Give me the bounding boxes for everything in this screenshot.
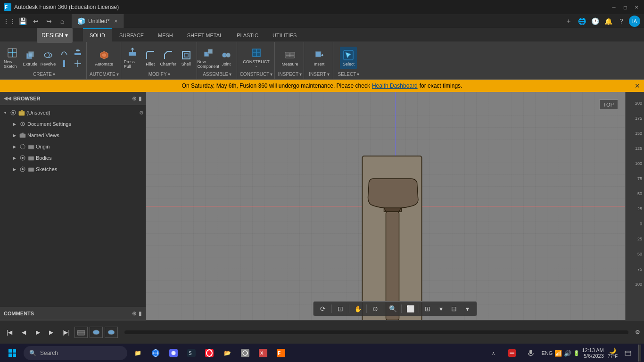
select-label[interactable]: SELECT ▾	[338, 72, 359, 77]
tab-close-icon[interactable]: ×	[114, 18, 117, 25]
timeline-shape-3[interactable]	[105, 327, 118, 338]
tree-arrow-origin[interactable]: ▶	[11, 143, 18, 150]
mic-icon[interactable]	[522, 345, 539, 362]
speaker-icon[interactable]: 🔊	[564, 350, 571, 357]
tree-bodies[interactable]: ▶ Bodies	[0, 152, 146, 164]
tree-arrow-sketches[interactable]: ▶	[11, 166, 18, 173]
tree-visibility-bodies[interactable]	[19, 154, 26, 162]
language-label[interactable]: ENG	[541, 350, 553, 356]
inspect-label[interactable]: INSPECT ▾	[278, 72, 302, 77]
design-button[interactable]: DESIGN ▾	[37, 28, 73, 43]
tab-sheet-metal[interactable]: SHEET METAL	[181, 28, 229, 41]
grid-settings-icon[interactable]: ⊞	[422, 303, 433, 314]
maximize-button[interactable]: ◻	[621, 3, 629, 11]
tree-root-settings[interactable]: ⚙	[139, 110, 144, 116]
steam-btn[interactable]: S	[183, 345, 200, 362]
start-button[interactable]	[3, 345, 22, 362]
automate-icon[interactable]: Automate	[96, 47, 113, 69]
tree-named-views[interactable]: ▶ Named Views	[0, 130, 146, 141]
viewport-dropdown-icon[interactable]: ▾	[462, 303, 473, 314]
tree-arrow-bodies[interactable]: ▶	[11, 155, 18, 161]
tree-document-settings[interactable]: ▶ Document Settings	[0, 118, 146, 130]
new-component-icon[interactable]: New Component	[200, 47, 217, 69]
tree-visibility-sketches[interactable]	[19, 165, 26, 173]
notification-icon[interactable]: 🔔	[603, 16, 614, 27]
tab-mesh[interactable]: MESH	[151, 28, 180, 41]
insert-label[interactable]: INSERT ▾	[309, 72, 330, 77]
comments-collapse-button[interactable]: ▮	[139, 310, 142, 317]
clock-icon[interactable]: 🕐	[589, 16, 601, 27]
display-settings-icon[interactable]: ⬜	[405, 303, 416, 314]
create-label[interactable]: CREATE ▾	[33, 72, 55, 77]
globe-icon[interactable]: 🌐	[576, 16, 587, 27]
zoom-icon[interactable]: 🔍	[387, 303, 398, 314]
tree-sketches[interactable]: ▶ Sketches	[0, 164, 146, 175]
tree-origin[interactable]: ▶ Origin	[0, 141, 146, 152]
tree-arrow-namedviews[interactable]: ▶	[11, 132, 18, 139]
show-desktop-btn[interactable]	[638, 345, 641, 362]
save-icon[interactable]: 💾	[17, 16, 28, 27]
redo-icon[interactable]: ↪	[43, 16, 55, 27]
timeline-settings-icon[interactable]: ⚙	[635, 329, 640, 336]
tree-arrow-docsettings[interactable]: ▶	[11, 121, 18, 127]
tab-surface[interactable]: SURFACE	[113, 28, 150, 41]
assemble-label[interactable]: ASSEMBLE ▾	[203, 72, 231, 77]
viewport-settings-icon[interactable]: ⊟	[448, 303, 460, 314]
chamfer-icon[interactable]: Chamfer	[160, 47, 177, 69]
file-explorer-btn[interactable]: 📁	[129, 345, 146, 362]
viewport[interactable]: TOP 200 175 150 125 100 75 50 25 0 25 50…	[146, 92, 644, 320]
extrude-icon[interactable]: Extrude	[22, 47, 39, 69]
app-btn-6[interactable]	[237, 345, 254, 362]
select-main-icon[interactable]: Select	[340, 47, 357, 69]
undo-icon[interactable]: ↩	[30, 16, 41, 27]
orbit-icon[interactable]: ⟳	[317, 303, 329, 314]
look-at-icon[interactable]: ⊙	[370, 303, 381, 314]
grid-icon[interactable]: ⋮⋮	[4, 16, 15, 27]
tree-arrow-root[interactable]: ▾	[2, 109, 8, 116]
fillet-icon[interactable]: Fillet	[142, 47, 159, 69]
fusion-taskbar-btn[interactable]: F	[272, 345, 289, 362]
clock[interactable]: 12:13 AM 5/6/2023	[582, 347, 603, 359]
spreadsheet-btn[interactable]: X	[255, 345, 272, 362]
sweep-icon[interactable]	[58, 47, 71, 57]
modify-label[interactable]: MODIFY ▾	[149, 72, 170, 77]
wifi-icon[interactable]: 📶	[554, 350, 562, 357]
browser-add-button[interactable]: ⊕	[132, 95, 137, 102]
discord-btn[interactable]	[165, 345, 182, 362]
timeline-track[interactable]	[124, 330, 628, 334]
pan-icon[interactable]: ✋	[352, 303, 363, 314]
user-icon[interactable]: IA	[629, 16, 640, 27]
notification-center-btn[interactable]	[619, 345, 636, 362]
antivirus-icon[interactable]	[504, 345, 520, 362]
insert-main-icon[interactable]: Insert	[311, 47, 328, 69]
tab-plastic[interactable]: PLASTIC	[230, 28, 265, 41]
comments-add-button[interactable]: ⊕	[132, 310, 137, 317]
grid-dropdown-icon[interactable]: ▾	[435, 303, 446, 314]
add-tab-button[interactable]: ＋	[563, 16, 574, 27]
document-tab[interactable]: 🧊 Untitled* ×	[72, 14, 124, 28]
browser-collapse-button[interactable]: ▮	[139, 95, 142, 102]
chevron-up-icon[interactable]: ∧	[485, 345, 502, 362]
opera-btn[interactable]	[201, 345, 218, 362]
automate-label[interactable]: AUTOMATE ▾	[90, 72, 119, 77]
weather-widget[interactable]: 🌙 77°F	[608, 347, 618, 359]
timeline-play-button[interactable]: ▶	[32, 327, 43, 338]
tab-solid[interactable]: SOLID	[83, 28, 112, 41]
shell-icon[interactable]: Shell	[178, 47, 195, 69]
joint-icon[interactable]: Joint	[218, 47, 235, 69]
loft-icon[interactable]	[71, 47, 84, 57]
folder-btn[interactable]: 📂	[219, 345, 236, 362]
taskbar-search[interactable]: 🔍 Search	[24, 346, 127, 360]
create-sketch-icon[interactable]: New Sketch	[4, 47, 21, 69]
home-icon[interactable]: ⌂	[57, 16, 68, 27]
health-dashboard-link[interactable]: Health Dashboard	[372, 82, 418, 89]
revolve-icon[interactable]: Revolve	[40, 47, 57, 69]
browser-collapse-icon[interactable]: ◀◀	[4, 96, 11, 101]
design-dropdown[interactable]: DESIGN ▾	[33, 28, 80, 41]
web-icon[interactable]	[71, 58, 84, 69]
top-view-indicator[interactable]: TOP	[599, 99, 618, 110]
minimize-button[interactable]: ─	[610, 3, 618, 11]
tab-utilities[interactable]: UTILITIES	[266, 28, 303, 41]
timeline-start-button[interactable]: |◀	[4, 327, 15, 338]
timeline-shape-2[interactable]	[90, 327, 103, 338]
